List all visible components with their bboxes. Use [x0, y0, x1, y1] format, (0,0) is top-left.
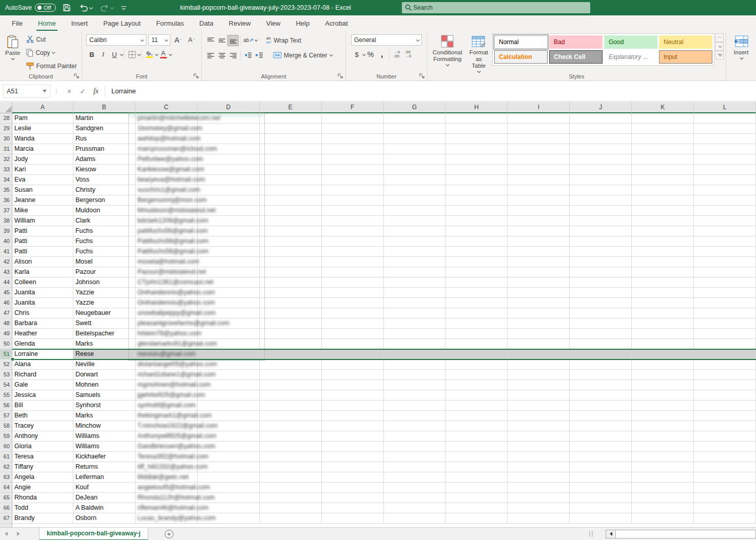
cell-H39[interactable]	[445, 226, 508, 236]
cell-G61[interactable]	[384, 452, 446, 462]
cell-F47[interactable]	[322, 308, 384, 318]
column-header-f[interactable]: F	[322, 102, 384, 113]
cell-K29[interactable]	[632, 124, 694, 134]
cell-G64[interactable]	[384, 483, 446, 493]
cell-E60[interactable]	[260, 442, 322, 452]
cell-L64[interactable]	[694, 483, 756, 493]
decrease-indent-button[interactable]	[242, 50, 254, 61]
cell-F61[interactable]	[322, 452, 384, 462]
cell-J49[interactable]	[570, 329, 632, 339]
cell-I46[interactable]	[508, 298, 570, 308]
cell-C52[interactable]: distantangel05@yahoo.com	[135, 359, 198, 370]
cell-A48[interactable]: Barbara	[12, 318, 73, 329]
cell-E34[interactable]	[260, 175, 322, 185]
cell-A40[interactable]: Patti	[12, 236, 73, 247]
cell-E46[interactable]	[260, 298, 322, 308]
cell-G39[interactable]	[384, 226, 446, 236]
cell-L44[interactable]	[694, 277, 756, 288]
cell-G38[interactable]	[384, 216, 446, 226]
row-header-49[interactable]: 49	[0, 329, 12, 339]
cell-H58[interactable]	[445, 421, 508, 431]
cancel-button[interactable]: ×	[63, 85, 76, 98]
cell-L33[interactable]	[694, 165, 756, 175]
column-header-d[interactable]: D	[198, 102, 260, 113]
cell-K41[interactable]	[632, 247, 694, 257]
cell-C37[interactable]: Mmuldoon@midstatesd.net	[135, 206, 198, 216]
cell-I47[interactable]	[508, 308, 570, 318]
styles-scroll-up-button[interactable]	[715, 33, 724, 42]
cell-J54[interactable]	[570, 380, 632, 390]
cell-H30[interactable]	[445, 134, 508, 144]
row-header-38[interactable]: 38	[0, 216, 12, 226]
cell-A66[interactable]: Todd	[12, 503, 73, 513]
cell-I58[interactable]	[508, 421, 570, 431]
cell-E33[interactable]	[260, 165, 322, 175]
cell-I52[interactable]	[508, 359, 570, 370]
cell-I56[interactable]	[508, 401, 570, 411]
cell-L50[interactable]	[694, 339, 756, 349]
cell-J65[interactable]	[570, 493, 632, 503]
cell-L49[interactable]	[694, 329, 756, 339]
cell-I36[interactable]	[508, 195, 570, 206]
cell-E63[interactable]	[260, 472, 322, 483]
row-header-34[interactable]: 34	[0, 175, 12, 185]
cell-A42[interactable]: Alison	[12, 257, 73, 267]
cell-K47[interactable]	[632, 308, 694, 318]
cell-A55[interactable]: Jessica	[12, 390, 73, 401]
merge-center-button[interactable]: Merge & Center	[271, 49, 334, 61]
cell-I44[interactable]	[508, 277, 570, 288]
cell-L37[interactable]	[694, 206, 756, 216]
row-header-62[interactable]: 62	[0, 462, 12, 472]
row-header-33[interactable]: 33	[0, 165, 12, 175]
cell-E52[interactable]	[260, 359, 322, 370]
cell-B30[interactable]: Rus	[73, 134, 135, 144]
cell-F36[interactable]	[322, 195, 384, 206]
cell-I55[interactable]	[508, 390, 570, 401]
cell-L45[interactable]	[694, 288, 756, 298]
cell-E38[interactable]	[260, 216, 322, 226]
cell-J47[interactable]	[570, 308, 632, 318]
align-center-button[interactable]	[216, 50, 227, 61]
cell-K32[interactable]	[632, 154, 694, 165]
style-good[interactable]: Good	[604, 35, 657, 49]
cell-B50[interactable]: Marks	[73, 339, 135, 349]
style-neutral[interactable]: Neutral	[659, 35, 712, 49]
cell-K52[interactable]	[632, 359, 694, 370]
cell-F28[interactable]	[322, 113, 384, 124]
cell-A63[interactable]: Angela	[12, 472, 73, 483]
borders-button[interactable]	[126, 49, 138, 60]
cell-A60[interactable]: Gloria	[12, 442, 73, 452]
cell-F40[interactable]	[322, 236, 384, 247]
cell-G58[interactable]	[384, 421, 446, 431]
tab-scrollbar-splitter[interactable]	[589, 531, 593, 536]
cell-I53[interactable]	[508, 370, 570, 380]
row-header-64[interactable]: 64	[0, 483, 12, 493]
row-header-66[interactable]: 66	[0, 503, 12, 513]
cell-L53[interactable]	[694, 370, 756, 380]
cell-G35[interactable]	[384, 185, 446, 195]
cell-A64[interactable]: Angie	[12, 483, 73, 493]
cell-L34[interactable]	[694, 175, 756, 185]
cell-L65[interactable]	[694, 493, 756, 503]
row-header-60[interactable]: 60	[0, 442, 12, 452]
cell-F56[interactable]	[322, 401, 384, 411]
cell-I54[interactable]	[508, 380, 570, 390]
cell-B52[interactable]: Neville	[73, 359, 135, 370]
cell-J63[interactable]	[570, 472, 632, 483]
cell-E39[interactable]	[260, 226, 322, 236]
cell-I31[interactable]	[508, 144, 570, 154]
middle-align-button[interactable]	[216, 35, 227, 46]
cell-K57[interactable]	[632, 411, 694, 421]
cell-F39[interactable]	[322, 226, 384, 236]
cell-J41[interactable]	[570, 247, 632, 257]
cell-J44[interactable]	[570, 277, 632, 288]
cell-F64[interactable]	[322, 483, 384, 493]
cell-J40[interactable]	[570, 236, 632, 247]
cell-H66[interactable]	[445, 503, 508, 513]
cell-F49[interactable]	[322, 329, 384, 339]
cell-J57[interactable]	[570, 411, 632, 421]
cell-H56[interactable]	[445, 401, 508, 411]
cell-E56[interactable]	[260, 401, 322, 411]
cell-E67[interactable]	[260, 513, 322, 524]
row-header-42[interactable]: 42	[0, 257, 12, 267]
